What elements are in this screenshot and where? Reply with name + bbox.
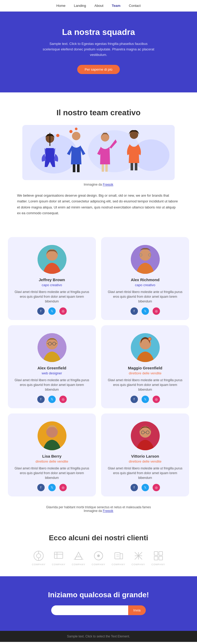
instagram-icon-lisa[interactable]: ◎ <box>59 484 67 491</box>
svg-rect-58 <box>159 552 163 555</box>
client-label-3: COMPANY <box>72 563 85 566</box>
svg-point-10 <box>75 128 77 130</box>
freepik-link[interactable]: Freepik <box>103 183 113 186</box>
facebook-icon-jeffrey[interactable]: f <box>37 307 45 315</box>
avatar-lisa <box>38 421 66 450</box>
team-illustration <box>22 125 175 180</box>
svg-rect-7 <box>73 164 75 172</box>
client-label-5: COMPANY <box>112 563 125 566</box>
team-card-alex-r: Alex Richmond capo creativo Glavi amet r… <box>101 237 189 320</box>
client-logo-6: COMPANY <box>132 550 145 566</box>
team-section-title: Il nostro team creativo <box>11 108 186 117</box>
team-card-lisa: Lisa Berry direttore delle vendite Glavi… <box>8 413 96 496</box>
svg-rect-45 <box>54 552 63 558</box>
instagram-icon-alex-r[interactable]: ◎ <box>153 307 160 315</box>
svg-rect-50 <box>115 553 120 559</box>
member-name-maggio: Maggio Greenfield <box>106 366 184 370</box>
team-card-alex-g: Alex Greenfield web designer Glavi amet … <box>8 325 96 408</box>
client-logo-2: COMPANY <box>52 550 65 566</box>
avatar-vittorio <box>131 421 160 450</box>
social-icons-maggio: f 𝕏 ◎ <box>106 396 184 403</box>
svg-rect-16 <box>135 163 137 170</box>
avatar-jeffrey <box>38 245 66 274</box>
avatar-alex-g <box>38 333 66 362</box>
member-name-alex-r: Alex Richmond <box>106 278 184 282</box>
client-label-4: COMPANY <box>92 563 105 566</box>
cta-email-input[interactable] <box>51 605 128 615</box>
svg-point-49 <box>97 554 100 557</box>
svg-point-20 <box>139 249 151 261</box>
team-footer-note: Glavrida per habitant morbi tristique se… <box>0 502 197 521</box>
svg-rect-8 <box>77 164 80 172</box>
nav-contact[interactable]: Contact <box>129 4 141 8</box>
team-grid: Jeffrey Brown capo creativo Glavi amet r… <box>0 237 197 502</box>
member-role-jeffrey: capo creativo <box>13 283 91 287</box>
team-card-vittorio: Vittorio Larson direttore delle vendite … <box>101 413 189 496</box>
svg-rect-57 <box>154 552 158 555</box>
clients-logos: COMPANY COMPANY COMPANY <box>11 550 186 566</box>
svg-point-6 <box>72 132 80 140</box>
client-label-2: COMPANY <box>52 563 65 566</box>
svg-rect-13 <box>105 164 108 172</box>
nav-team[interactable]: Team <box>112 4 121 8</box>
client-label-6: COMPANY <box>132 563 145 566</box>
hero-section: La nostra squadra Sample text. Click to … <box>0 12 197 92</box>
hero-button[interactable]: Per saperne di più <box>77 65 120 74</box>
clients-title: Ecco alcuni dei nostri clienti <box>11 534 186 542</box>
hero-title: La nostra squadra <box>21 27 176 37</box>
member-role-lisa: direttore delle vendite <box>13 459 91 463</box>
nav-home[interactable]: Home <box>56 4 66 8</box>
team-footer-freepik-link[interactable]: Freepik <box>103 509 113 513</box>
social-icons-vittorio: f 𝕏 ◎ <box>106 484 184 491</box>
svg-point-9 <box>69 130 72 133</box>
member-desc-lisa: Glavi amet ritnisl libero molestie ante … <box>13 466 91 480</box>
member-role-vittorio: direttore delle vendite <box>106 459 184 463</box>
client-logo-4: COMPANY <box>92 550 105 566</box>
nav-landing[interactable]: Landing <box>74 4 86 8</box>
facebook-icon-maggio[interactable]: f <box>131 396 138 403</box>
member-name-alex-g: Alex Greenfield <box>13 366 91 370</box>
footer: Sample text. Click to select the Text El… <box>0 631 197 642</box>
member-name-vittorio: Vittorio Larson <box>106 454 184 458</box>
client-logo-1: COMPANY <box>32 550 46 566</box>
svg-point-42 <box>37 554 41 558</box>
member-desc-alex-g: Glavi amet ritnisl libero molestie ante … <box>13 378 91 392</box>
instagram-icon-maggio[interactable]: ◎ <box>153 396 160 403</box>
twitter-icon-alex-r[interactable]: 𝕏 <box>142 307 149 315</box>
client-logo-7: COMPANY <box>152 550 165 566</box>
team-card-jeffrey: Jeffrey Brown capo creativo Glavi amet r… <box>8 237 96 320</box>
member-name-jeffrey: Jeffrey Brown <box>13 278 91 282</box>
twitter-icon-jeffrey[interactable]: 𝕏 <box>48 307 56 315</box>
member-role-alex-g: web designer <box>13 371 91 375</box>
avatar-maggio <box>131 333 160 362</box>
member-desc-jeffrey: Glavi amet ritnisl libero molestie ante … <box>13 290 91 304</box>
svg-point-5 <box>56 134 59 137</box>
instagram-icon-jeffrey[interactable]: ◎ <box>59 307 67 315</box>
facebook-icon-lisa[interactable]: f <box>37 484 45 491</box>
svg-rect-12 <box>102 164 104 172</box>
member-name-lisa: Lisa Berry <box>13 454 91 458</box>
client-logo-3: COMPANY <box>72 550 85 566</box>
twitter-icon-vittorio[interactable]: 𝕏 <box>142 484 149 491</box>
instagram-icon-alex-g[interactable]: ◎ <box>59 396 67 403</box>
twitter-icon-lisa[interactable]: 𝕏 <box>48 484 56 491</box>
member-desc-maggio: Glavi amet ritnisl libero molestie ante … <box>106 378 184 392</box>
svg-line-28 <box>47 343 48 344</box>
nav-about[interactable]: About <box>95 4 103 8</box>
facebook-icon-alex-r[interactable]: f <box>131 307 138 315</box>
svg-line-29 <box>56 343 57 344</box>
clients-section: Ecco alcuni dei nostri clienti COMPANY C… <box>0 521 197 576</box>
cta-submit-button[interactable]: Invia <box>128 605 146 615</box>
twitter-icon-maggio[interactable]: 𝕏 <box>142 396 149 403</box>
hero-description: Sample text. Click to Egestas egestas fr… <box>41 41 156 57</box>
facebook-icon-alex-g[interactable]: f <box>37 396 45 403</box>
svg-rect-15 <box>131 163 133 170</box>
team-section: Il nostro team creativo <box>0 92 197 237</box>
freepik-note: Immagine da Freepik <box>11 183 186 186</box>
twitter-icon-alex-g[interactable]: 𝕏 <box>48 396 56 403</box>
avatar-alex-r <box>131 245 160 274</box>
member-desc-vittorio: Glavi amet ritnisl libero molestie ante … <box>106 466 184 480</box>
instagram-icon-vittorio[interactable]: ◎ <box>153 484 160 491</box>
client-label-7: COMPANY <box>152 563 165 566</box>
facebook-icon-vittorio[interactable]: f <box>131 484 138 491</box>
